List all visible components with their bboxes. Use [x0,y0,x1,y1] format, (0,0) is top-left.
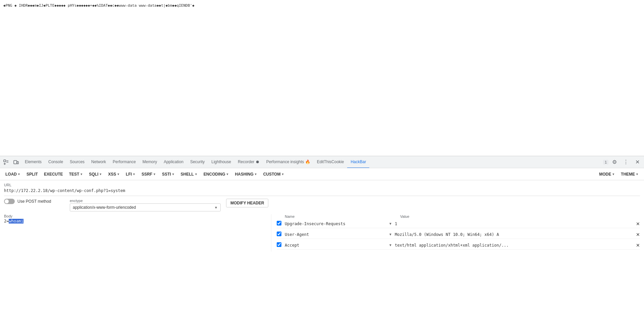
tab-editthiscookie[interactable]: EditThisCookie [314,156,347,157]
tab-application[interactable]: Application [160,156,187,157]
tab-performance[interactable]: Performance [109,156,139,157]
tab-hackbar[interactable]: HackBar [347,156,369,157]
close-devtools-icon[interactable]: ✕ [633,157,642,158]
devtools-right-icons: 1 ⚙ ⋮ ✕ [603,157,643,158]
tab-recorder[interactable]: Recorder ⏺ [234,156,263,157]
tab-elements[interactable]: Elements [21,156,45,157]
tab-lighthouse[interactable]: Lighthouse [208,156,234,157]
tab-network[interactable]: Network [88,156,109,157]
tab-sources[interactable]: Sources [66,156,88,157]
page-text: ◆PNG ◆ IHDR◆◆◆m◆IJ◆PLTE◆◆◆◆◆ pHYs◆◆◆◆◆◆+… [3,3,195,8]
page-content: ◆PNG ◆ IHDR◆◆◆m◆IJ◆PLTE◆◆◆◆◆ pHYs◆◆◆◆◆◆+… [0,0,644,157]
settings-icon[interactable]: ⚙ [610,157,619,158]
tab-performance-insights[interactable]: Performance insights 🔥 [263,156,314,157]
tab-memory[interactable]: Memory [139,156,160,157]
tab-console[interactable]: Console [45,156,66,157]
tab-security[interactable]: Security [187,156,208,157]
inspect-element-icon[interactable] [1,157,11,158]
more-options-icon[interactable]: ⋮ [621,157,631,158]
devtools-tabs-bar: Elements Console Sources Network Perform… [0,156,644,157]
devtools-panel: Elements Console Sources Network Perform… [0,156,644,157]
device-toggle-icon[interactable] [11,157,21,158]
